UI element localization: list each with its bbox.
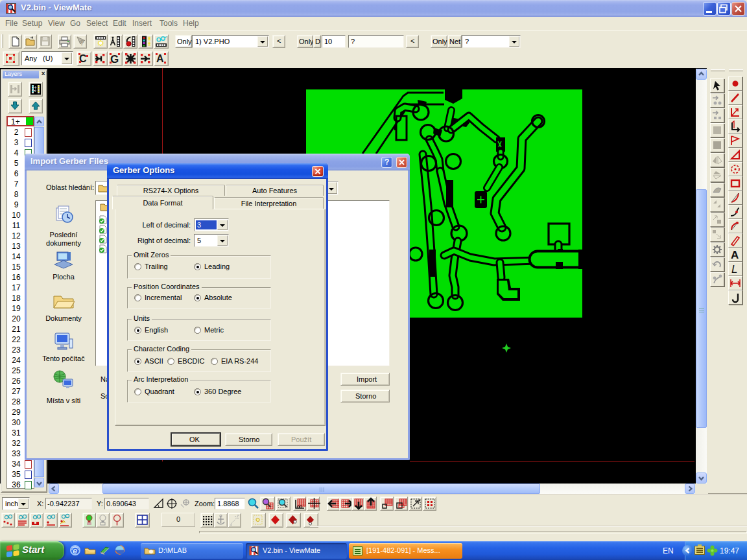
svg-text:L: L (731, 263, 737, 275)
svg-text:?: ? (80, 39, 84, 47)
svg-text:A: A (731, 249, 739, 261)
svg-text:e: e (73, 546, 77, 555)
